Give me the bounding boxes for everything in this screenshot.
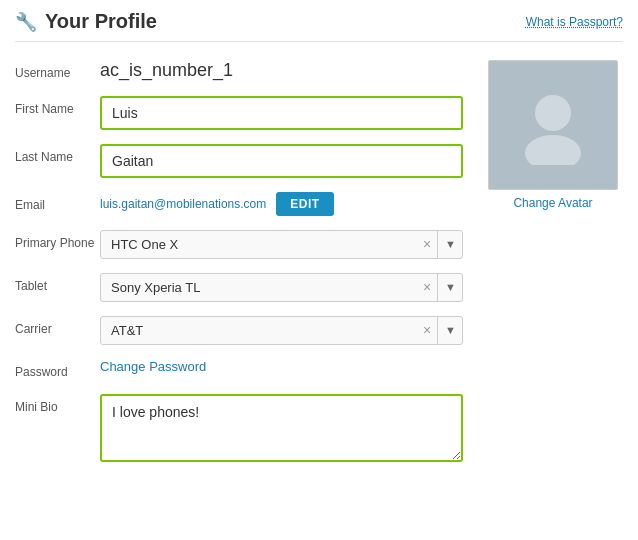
- tablet-arrow-icon[interactable]: ▼: [437, 273, 463, 302]
- primary-phone-label: Primary Phone: [15, 230, 100, 252]
- username-label: Username: [15, 60, 100, 82]
- carrier-select-wrapper: AT&T × ▼: [100, 316, 463, 345]
- email-label: Email: [15, 192, 100, 214]
- carrier-arrow-icon[interactable]: ▼: [437, 316, 463, 345]
- tablet-select[interactable]: Sony Xperia TL: [100, 273, 463, 302]
- mini-bio-textarea[interactable]: [100, 394, 463, 462]
- avatar-icon: [513, 85, 593, 165]
- svg-point-1: [525, 135, 581, 165]
- carrier-controls: × ▼: [417, 316, 463, 345]
- tablet-controls: × ▼: [417, 273, 463, 302]
- password-value-container: Change Password: [100, 359, 463, 374]
- first-name-value-container: [100, 96, 463, 130]
- primary-phone-clear-icon[interactable]: ×: [417, 237, 437, 251]
- primary-phone-value-container: HTC One X × ▼: [100, 230, 463, 259]
- carrier-clear-icon[interactable]: ×: [417, 323, 437, 337]
- carrier-label: Carrier: [15, 316, 100, 338]
- carrier-row: Carrier AT&T × ▼: [15, 316, 463, 345]
- first-name-input[interactable]: [100, 96, 463, 130]
- form-fields: Username ac_is_number_1 First Name Last …: [15, 60, 463, 479]
- email-row-inner: luis.gaitan@mobilenations.com EDIT: [100, 192, 463, 216]
- page-header: 🔧 Your Profile What is Passport?: [15, 10, 623, 42]
- primary-phone-arrow-icon[interactable]: ▼: [437, 230, 463, 259]
- mini-bio-label: Mini Bio: [15, 394, 100, 416]
- carrier-select[interactable]: AT&T: [100, 316, 463, 345]
- tablet-value-container: Sony Xperia TL × ▼: [100, 273, 463, 302]
- password-label: Password: [15, 359, 100, 381]
- tablet-row: Tablet Sony Xperia TL × ▼: [15, 273, 463, 302]
- last-name-input[interactable]: [100, 144, 463, 178]
- change-password-link[interactable]: Change Password: [100, 355, 206, 374]
- last-name-label: Last Name: [15, 144, 100, 166]
- form-area: Username ac_is_number_1 First Name Last …: [15, 60, 623, 479]
- first-name-row: First Name: [15, 96, 463, 130]
- passport-link[interactable]: What is Passport?: [526, 15, 623, 29]
- mini-bio-value-container: [100, 394, 463, 465]
- email-row: Email luis.gaitan@mobilenations.com EDIT: [15, 192, 463, 216]
- edit-email-button[interactable]: EDIT: [276, 192, 333, 216]
- last-name-row: Last Name: [15, 144, 463, 178]
- first-name-label: First Name: [15, 96, 100, 118]
- last-name-value-container: [100, 144, 463, 178]
- username-value: ac_is_number_1: [100, 56, 233, 80]
- tablet-clear-icon[interactable]: ×: [417, 280, 437, 294]
- primary-phone-controls: × ▼: [417, 230, 463, 259]
- carrier-value-container: AT&T × ▼: [100, 316, 463, 345]
- primary-phone-select[interactable]: HTC One X: [100, 230, 463, 259]
- avatar-section: Change Avatar: [483, 60, 623, 479]
- primary-phone-row: Primary Phone HTC One X × ▼: [15, 230, 463, 259]
- page-title-area: 🔧 Your Profile: [15, 10, 157, 33]
- tablet-label: Tablet: [15, 273, 100, 295]
- wrench-icon: 🔧: [15, 11, 37, 33]
- page-title: Your Profile: [45, 10, 157, 33]
- tablet-select-wrapper: Sony Xperia TL × ▼: [100, 273, 463, 302]
- username-row: Username ac_is_number_1: [15, 60, 463, 82]
- email-text: luis.gaitan@mobilenations.com: [100, 197, 266, 211]
- password-row: Password Change Password: [15, 359, 463, 381]
- svg-point-0: [535, 95, 571, 131]
- page-container: 🔧 Your Profile What is Passport? Usernam…: [0, 0, 638, 499]
- change-avatar-link[interactable]: Change Avatar: [513, 196, 592, 210]
- username-value-container: ac_is_number_1: [100, 60, 463, 81]
- email-value-container: luis.gaitan@mobilenations.com EDIT: [100, 192, 463, 216]
- avatar-box: [488, 60, 618, 190]
- mini-bio-row: Mini Bio: [15, 394, 463, 465]
- primary-phone-select-wrapper: HTC One X × ▼: [100, 230, 463, 259]
